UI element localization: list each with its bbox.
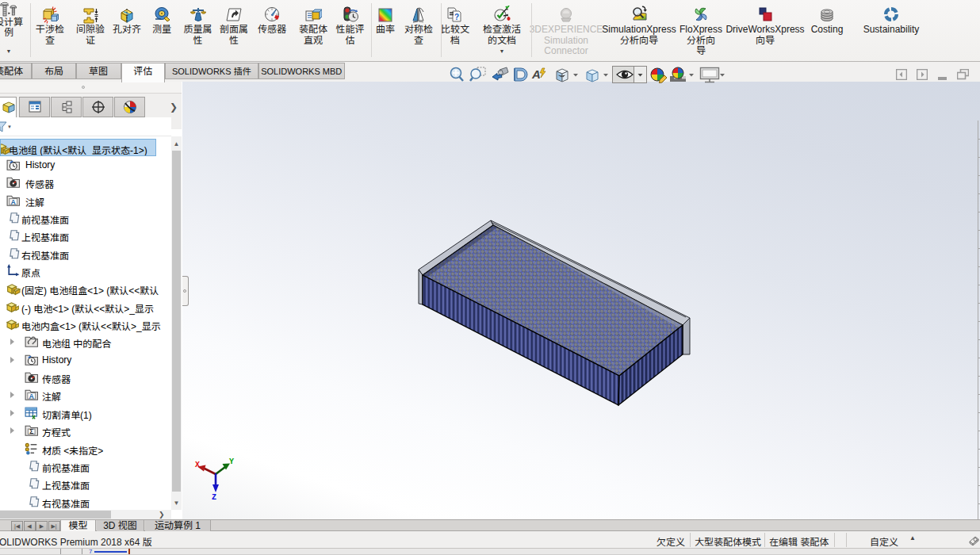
svg-text:A: A bbox=[531, 67, 541, 81]
svg-text:A: A bbox=[29, 392, 35, 400]
svg-text:X: X bbox=[195, 461, 200, 469]
svg-text:A: A bbox=[11, 197, 17, 205]
svg-text:Y: Y bbox=[229, 457, 234, 466]
svg-text:Σ: Σ bbox=[29, 428, 33, 435]
svg-text:Z: Z bbox=[212, 493, 216, 502]
